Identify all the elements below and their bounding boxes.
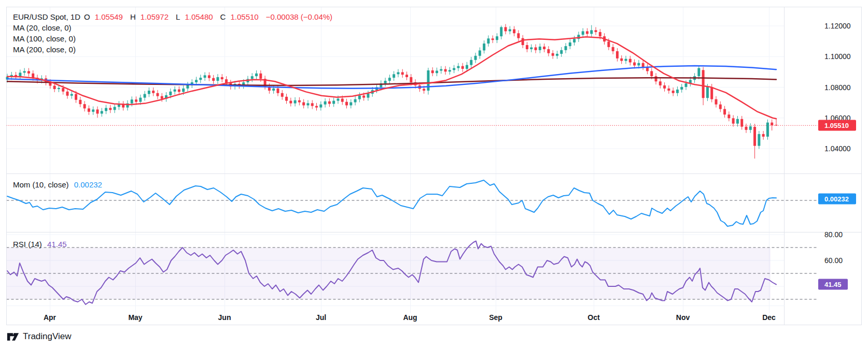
ohlc-high: H1.05972 [130,12,172,21]
month-label: Aug [403,313,417,322]
month-label: Jun [218,313,231,322]
rsi-value-badge: 41.45 [818,279,848,290]
symbol-legend-row[interactable]: EUR/USD Spot, 1DO1.05549H1.05972L1.05480… [13,11,336,22]
rsi-tick-label: 80.00 [824,230,843,239]
time-axis[interactable] [7,306,784,325]
price-tick-label: 1.12000 [824,22,851,30]
month-label: Nov [676,313,690,322]
ohlc-close: C1.05510 [220,12,262,21]
ma20-legend[interactable]: MA (20, close, 0) [13,22,336,33]
month-label: May [128,313,142,322]
price-tick-label: 1.10000 [824,52,851,61]
symbol-title: EUR/USD Spot, 1D [13,12,80,21]
month-label: Apr [44,313,56,322]
momentum-label: Mom (10, close) [13,180,69,189]
rsi-label: RSI (14) [13,240,42,249]
chart-legend: EUR/USD Spot, 1DO1.05549H1.05972L1.05480… [13,11,336,55]
tradingview-logo-icon [7,332,19,342]
last-price-badge: 1.05510 [818,120,856,131]
rsi-tick-label: 60.00 [824,256,843,265]
rsi-value: 41.45 [47,240,67,249]
momentum-legend[interactable]: Mom (10, close) 0.00232 [13,179,102,190]
price-tick-label: 1.04000 [824,144,851,153]
ohlc-open: O1.05549 [84,12,127,21]
tradingview-logo-text: TradingView [23,331,72,342]
month-label: Dec [762,313,776,322]
month-label: Sep [489,313,502,322]
ma100-legend[interactable]: MA (100, close, 0) [13,33,336,44]
month-label: Jul [316,313,326,322]
momentum-value-badge: 0.00232 [818,194,856,205]
month-label: Oct [587,313,599,322]
rsi-legend[interactable]: RSI (14) 41.45 [13,239,67,250]
price-tick-label: 1.08000 [824,83,851,92]
chart-stage: EUR/USD Spot, 1DO1.05549H1.05972L1.05480… [0,0,868,349]
tradingview-logo[interactable]: TradingView [7,331,72,342]
change-text: −0.00038 (−0.04%) [266,12,332,21]
momentum-value: 0.00232 [74,180,102,189]
ohlc-low: L1.05480 [176,12,217,21]
ma200-legend[interactable]: MA (200, close, 0) [13,44,336,55]
tradingview-chart: { "header": { "symbol_title": "EUR/USD S… [0,0,868,349]
